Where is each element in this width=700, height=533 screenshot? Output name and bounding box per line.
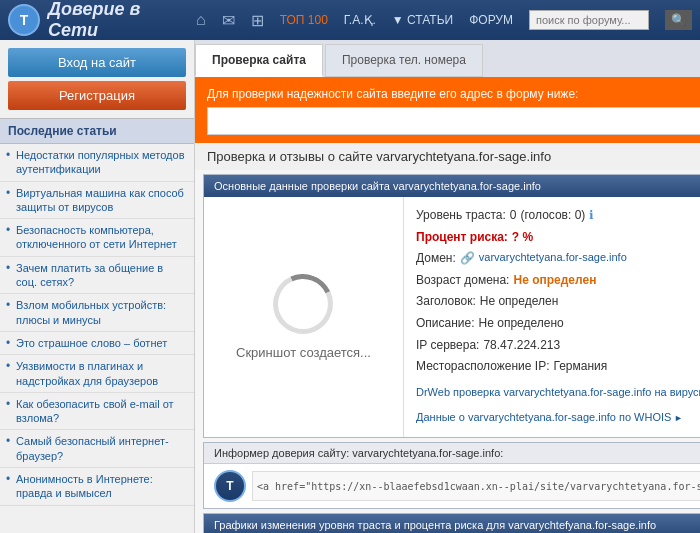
article-link[interactable]: Анонимность в Интернете: правда и вымысе… [16, 472, 186, 501]
url-input-row: ПРОВЕРКА САЙТА [207, 107, 700, 135]
site-details: ? Уровень траста: 0 (голосов: 0) ℹ Проце… [404, 197, 700, 437]
location-label: Месторасположение IP: [416, 356, 549, 378]
informer-header: Информер доверия сайту: varvarychtetyana… [204, 443, 700, 464]
nav-forum[interactable]: ФОРУМ [469, 13, 513, 27]
domain-icon: 🔗 [460, 248, 475, 270]
nav-articles[interactable]: ▼ СТАТЬИ [392, 13, 453, 27]
site-title: Доверие в Сети [48, 0, 188, 41]
trust-votes: (голосов: 0) [520, 205, 585, 227]
site-data-panel: Основные данные проверки сайта varvarych… [203, 174, 700, 438]
grid-icon[interactable]: ⊞ [251, 11, 264, 30]
spinner-text: Скриншот создается... [236, 345, 371, 360]
search-button[interactable]: 🔍 [665, 10, 692, 30]
tab-check-site[interactable]: Проверка сайта [195, 44, 323, 77]
main-layout: Вход на сайт Регистрация Последние стать… [0, 40, 700, 533]
nav-top100[interactable]: ТОП 100 [280, 13, 328, 27]
spinner: Скриншот создается... [236, 274, 371, 360]
list-item[interactable]: Зачем платить за общение в соц. сетях? [0, 257, 194, 295]
risk-row: Процент риска: ? % [416, 227, 700, 249]
location-value: Германия [553, 356, 607, 378]
article-link[interactable]: Это страшное слово – ботнет [16, 336, 186, 350]
informer-logo-icon: Т [214, 470, 246, 502]
desc-row: Описание: Не определено [416, 313, 700, 335]
list-item[interactable]: Безопасность компьютера, отключенного от… [0, 219, 194, 257]
list-item[interactable]: Уязвимости в плагинах и надстройках для … [0, 355, 194, 393]
ip-label: IP сервера: [416, 335, 479, 357]
check-form-area: Для проверки надежности сайта введите ег… [195, 79, 700, 143]
title-label: Заголовок: [416, 291, 476, 313]
search-input[interactable] [529, 10, 649, 30]
site-info-title: Проверка и отзывы о сайте varvarychtetya… [195, 143, 700, 170]
list-item[interactable]: Как обезопасить свой e-mail от взлома? [0, 393, 194, 431]
login-button[interactable]: Вход на сайт [8, 48, 186, 77]
register-button[interactable]: Регистрация [8, 81, 186, 110]
article-link[interactable]: Недостатки популярных методов аутентифик… [16, 148, 186, 177]
article-link[interactable]: Как обезопасить свой e-mail от взлома? [16, 397, 186, 426]
list-item[interactable]: Анонимность в Интернете: правда и вымысе… [0, 468, 194, 506]
title-row: Заголовок: Не определен [416, 291, 700, 313]
sidebar: Вход на сайт Регистрация Последние стать… [0, 40, 195, 533]
list-item[interactable]: Недостатки популярных методов аутентифик… [0, 144, 194, 182]
list-item[interactable]: Взлом мобильных устройств: плюсы и минус… [0, 294, 194, 332]
drweb-link[interactable]: DrWeb проверка varvarychtetyana.for-sage… [416, 386, 700, 398]
ip-row: IP сервера: 78.47.224.213 [416, 335, 700, 357]
domain-label: Домен: [416, 248, 456, 270]
graph-section: Графики изменения уровня траста и процен… [203, 513, 700, 533]
header: Т Доверие в Сети ⌂ ✉ ⊞ ТОП 100 Г.А.Қ. ▼ … [0, 0, 700, 40]
trust-level-label: Уровень траста: [416, 205, 506, 227]
informer-section: Информер доверия сайту: varvarychtetyana… [203, 442, 700, 509]
age-label: Возраст домена: [416, 270, 509, 292]
site-data-header: Основные данные проверки сайта varvarych… [204, 175, 700, 197]
mail-icon[interactable]: ✉ [222, 11, 235, 30]
risk-label: Процент риска: [416, 227, 508, 249]
screenshot-area: Скриншот создается... [204, 197, 404, 437]
desc-value: Не определено [479, 313, 564, 335]
age-value: Не определен [513, 270, 596, 292]
content: Проверка сайта Проверка тел. номера Для … [195, 40, 700, 533]
site-data-body: Скриншот создается... ? Уровень траста: … [204, 197, 700, 437]
graph-header: Графики изменения уровня траста и процен… [204, 514, 700, 533]
article-link[interactable]: Взлом мобильных устройств: плюсы и минус… [16, 298, 186, 327]
informer-body: Т <a href="https://xn--blaaefebsd1cwaan.… [204, 464, 700, 508]
article-link[interactable]: Виртуальная машина как способ защиты от … [16, 186, 186, 215]
drweb-link-row: DrWeb проверка varvarychtetyana.for-sage… [416, 382, 700, 404]
home-icon[interactable]: ⌂ [196, 11, 206, 29]
article-link[interactable]: Зачем платить за общение в соц. сетях? [16, 261, 186, 290]
tab-check-phone[interactable]: Проверка тел. номера [325, 44, 483, 77]
article-link[interactable]: Безопасность компьютера, отключенного от… [16, 223, 186, 252]
domain-value[interactable]: varvarychtetyana.for-sage.info [479, 248, 627, 270]
article-link[interactable]: Уязвимости в плагинах и надстройках для … [16, 359, 186, 388]
nav-faq[interactable]: Г.А.Қ. [344, 13, 376, 27]
list-item[interactable]: Самый безопасный интернет-браузер? [0, 430, 194, 468]
trust-level-value: 0 [510, 205, 517, 227]
whois-link[interactable]: Данные о varvarychtetyana.for-sage.info … [416, 411, 683, 423]
title-value: Не определен [480, 291, 559, 313]
nav-bar: ⌂ ✉ ⊞ ТОП 100 Г.А.Қ. ▼ СТАТЬИ ФОРУМ 🔍 [196, 10, 692, 30]
informer-code[interactable]: <a href="https://xn--blaaefebsd1cwaan.xn… [252, 471, 700, 501]
domain-row: Домен: 🔗 varvarychtetyana.for-sage.info [416, 248, 700, 270]
spinner-icon [263, 263, 345, 345]
list-item[interactable]: Это страшное слово – ботнет [0, 332, 194, 355]
location-row: Месторасположение IP: Германия [416, 356, 700, 378]
desc-label: Описание: [416, 313, 475, 335]
whois-link-row: Данные о varvarychtetyana.for-sage.info … [416, 407, 700, 429]
list-item[interactable]: Виртуальная машина как способ защиты от … [0, 182, 194, 220]
sidebar-articles-title: Последние статьи [0, 118, 194, 144]
age-row: Возраст домена: Не определен [416, 270, 700, 292]
tabs-bar: Проверка сайта Проверка тел. номера [195, 40, 700, 79]
risk-value: ? % [512, 227, 533, 249]
ip-value: 78.47.224.213 [483, 335, 560, 357]
logo-icon: Т [8, 4, 40, 36]
article-link[interactable]: Самый безопасный интернет-браузер? [16, 434, 186, 463]
check-form-label: Для проверки надежности сайта введите ег… [207, 87, 700, 101]
url-input[interactable] [207, 107, 700, 135]
info-icon: ℹ [589, 205, 594, 227]
sidebar-articles-list: Недостатки популярных методов аутентифик… [0, 144, 194, 506]
trust-level-row: Уровень траста: 0 (голосов: 0) ℹ [416, 205, 700, 227]
